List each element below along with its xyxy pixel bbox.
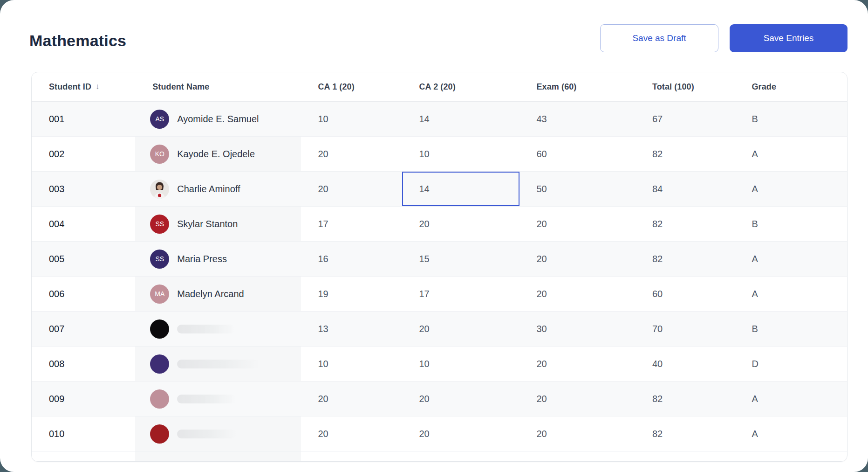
- table-header-row: Student ID ↓ Student Name CA 1 (20) CA 2…: [32, 72, 847, 102]
- photo-avatar: [150, 180, 169, 199]
- ca2-cell-selected[interactable]: 14: [402, 172, 519, 206]
- table-row: 006 MA Madelyn Arcand 19 17 20 60 A: [32, 277, 847, 312]
- avatar: [150, 354, 169, 374]
- name-column-strip: [135, 451, 301, 461]
- avatar: [150, 424, 169, 444]
- ca1-cell[interactable]: 10: [301, 347, 402, 381]
- grade-cell: A: [735, 137, 847, 171]
- total-cell: 70: [635, 312, 735, 346]
- ca2-cell[interactable]: 20: [402, 312, 519, 346]
- table-row: 002 KO Kayode E. Ojedele 20 10 60 82 A: [32, 137, 847, 172]
- total-cell: 82: [635, 137, 735, 171]
- exam-cell[interactable]: 20: [519, 242, 636, 276]
- ca1-cell[interactable]: 19: [301, 277, 402, 311]
- ca2-cell[interactable]: 10: [402, 347, 519, 381]
- page-card: Mathematics Save as Draft Save Entries S…: [0, 0, 868, 472]
- student-name-cell: Charlie Aminoff: [135, 172, 301, 206]
- student-id-cell: 009: [32, 382, 135, 416]
- student-name: Madelyn Arcand: [177, 289, 244, 299]
- exam-cell[interactable]: 20: [519, 207, 636, 241]
- save-entries-button[interactable]: Save Entries: [730, 24, 847, 52]
- avatar: SS: [150, 215, 169, 234]
- ca1-cell[interactable]: 20: [301, 416, 402, 451]
- table-row: 001 AS Ayomide E. Samuel 10 14 43 67 B: [32, 102, 847, 137]
- student-id-cell: 004: [32, 207, 135, 241]
- table-row: 009 20 20 20 82 A: [32, 382, 847, 416]
- avatar: MA: [150, 285, 169, 304]
- ca1-cell[interactable]: 20: [301, 137, 402, 171]
- student-name-cell: [135, 347, 301, 381]
- name-skeleton: [177, 360, 260, 368]
- student-name-cell: [135, 382, 301, 416]
- student-name-cell: [135, 312, 301, 346]
- student-name: Maria Press: [177, 254, 227, 264]
- grade-cell: B: [735, 102, 847, 136]
- table-row: 010 20 20 20 82 A: [32, 416, 847, 451]
- column-header-grade: Grade: [735, 72, 847, 101]
- ca1-cell[interactable]: 10: [301, 102, 402, 136]
- exam-cell[interactable]: 60: [519, 137, 636, 171]
- exam-cell[interactable]: 20: [519, 416, 636, 451]
- ca2-cell[interactable]: 15: [402, 242, 519, 276]
- exam-cell[interactable]: 20: [519, 347, 636, 381]
- page-title: Mathematics: [29, 32, 126, 50]
- action-buttons: Save as Draft Save Entries: [600, 24, 847, 52]
- total-cell: 82: [635, 242, 735, 276]
- student-name: Skylar Stanton: [177, 219, 238, 229]
- student-name: Ayomide E. Samuel: [177, 114, 259, 125]
- avatar: [150, 319, 169, 339]
- student-id-cell: 008: [32, 347, 135, 381]
- student-id-cell: 001: [32, 102, 135, 136]
- exam-cell[interactable]: 50: [519, 172, 636, 206]
- grade-cell: A: [735, 382, 847, 416]
- student-name: Charlie Aminoff: [177, 184, 240, 194]
- grade-cell: B: [735, 207, 847, 241]
- student-name-cell: MA Madelyn Arcand: [135, 277, 301, 311]
- student-name-cell: KO Kayode E. Ojedele: [135, 137, 301, 171]
- student-name-cell: [135, 416, 301, 451]
- student-id-cell: 010: [32, 416, 135, 451]
- student-name-cell: SS Maria Press: [135, 242, 301, 276]
- grade-cell: D: [735, 347, 847, 381]
- student-name-cell: SS Skylar Stanton: [135, 207, 301, 241]
- ca2-cell[interactable]: 20: [402, 416, 519, 451]
- exam-cell[interactable]: 43: [519, 102, 636, 136]
- ca2-cell[interactable]: 17: [402, 277, 519, 311]
- student-id-cell: 007: [32, 312, 135, 346]
- ca2-cell[interactable]: 10: [402, 137, 519, 171]
- column-header-exam: Exam (60): [519, 72, 636, 101]
- column-header-total: Total (100): [635, 72, 735, 101]
- student-id-cell: 006: [32, 277, 135, 311]
- avatar: SS: [150, 250, 169, 269]
- grade-cell: A: [735, 277, 847, 311]
- ca1-cell[interactable]: 13: [301, 312, 402, 346]
- name-skeleton: [177, 395, 237, 403]
- save-as-draft-button[interactable]: Save as Draft: [600, 24, 718, 52]
- exam-cell[interactable]: 30: [519, 312, 636, 346]
- avatar: [150, 389, 169, 409]
- total-cell: 82: [635, 382, 735, 416]
- ca1-cell[interactable]: 16: [301, 242, 402, 276]
- ca2-cell[interactable]: 14: [402, 102, 519, 136]
- ca2-cell[interactable]: 20: [402, 207, 519, 241]
- ca1-cell[interactable]: 17: [301, 207, 402, 241]
- avatar: AS: [150, 110, 169, 129]
- student-name-cell: AS Ayomide E. Samuel: [135, 102, 301, 136]
- total-cell: 82: [635, 207, 735, 241]
- total-cell: 60: [635, 277, 735, 311]
- column-header-student-id[interactable]: Student ID ↓: [32, 72, 135, 101]
- student-id-cell: 003: [32, 172, 135, 206]
- table-row: 007 13 20 30 70 B: [32, 312, 847, 347]
- total-cell: 40: [635, 347, 735, 381]
- student-id-cell: 005: [32, 242, 135, 276]
- exam-cell[interactable]: 20: [519, 382, 636, 416]
- ca1-cell[interactable]: 20: [301, 382, 402, 416]
- avatar: KO: [150, 145, 169, 164]
- column-header-student-name: Student Name: [135, 72, 301, 101]
- column-header-ca1: CA 1 (20): [301, 72, 402, 101]
- ca1-cell[interactable]: 20: [301, 172, 402, 206]
- exam-cell[interactable]: 20: [519, 277, 636, 311]
- ca2-cell[interactable]: 20: [402, 382, 519, 416]
- column-header-ca2: CA 2 (20): [402, 72, 519, 101]
- total-cell: 67: [635, 102, 735, 136]
